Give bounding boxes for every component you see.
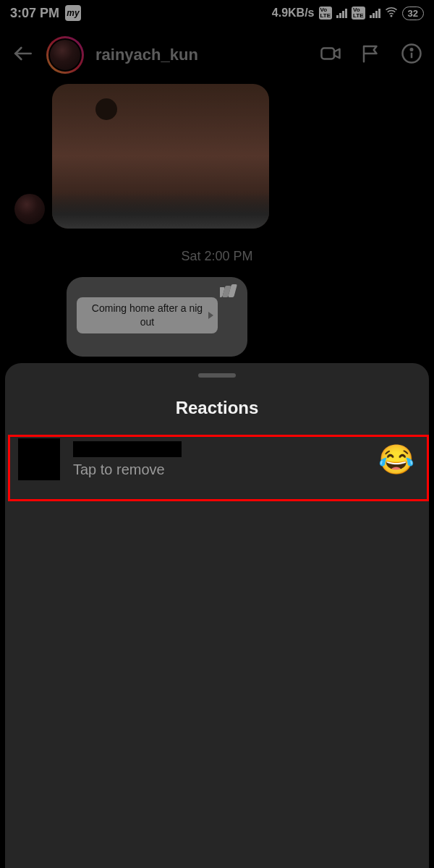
svg-rect-2 <box>322 48 335 59</box>
status-time: 3:07 PM <box>10 6 59 21</box>
username-label[interactable]: rainyach_kun <box>95 46 308 64</box>
flag-icon[interactable] <box>360 43 382 67</box>
battery-icon: 32 <box>402 7 424 20</box>
signal-icon <box>336 8 347 18</box>
reactions-sheet: Reactions Tap to remove 😂 <box>5 363 429 868</box>
sheet-title: Reactions <box>5 398 429 418</box>
sheet-handle[interactable] <box>198 373 236 378</box>
timestamp: Sat 2:00 PM <box>14 229 420 277</box>
tap-to-remove-label: Tap to remove <box>73 461 365 478</box>
svg-point-0 <box>391 15 392 17</box>
reaction-item[interactable]: Tap to remove 😂 <box>5 431 429 490</box>
signal-icon-2 <box>370 8 380 18</box>
chat-header: rainyach_kun <box>0 26 434 84</box>
media-message[interactable] <box>52 84 269 229</box>
reel-preview[interactable]: Coming home after a nig out <box>67 277 247 357</box>
info-icon[interactable] <box>401 43 422 67</box>
play-icon <box>208 312 213 319</box>
app-badge-icon: my <box>65 5 81 21</box>
reaction-username <box>73 441 182 457</box>
data-rate: 4.9KB/s <box>272 7 315 20</box>
reaction-emoji: 😂 <box>378 443 414 477</box>
user-avatar[interactable] <box>46 36 84 74</box>
back-button[interactable] <box>12 42 35 68</box>
svg-point-5 <box>411 48 413 51</box>
video-call-icon[interactable] <box>320 43 341 67</box>
message-row <box>14 84 420 229</box>
sender-avatar[interactable] <box>14 194 45 224</box>
status-bar: 3:07 PM my 4.9KB/s VoLTE VoLTE 32 <box>0 0 434 26</box>
volte-icon-2: VoLTE <box>352 7 365 20</box>
volte-icon: VoLTE <box>319 7 333 20</box>
reel-icon <box>220 284 239 301</box>
reel-caption: Coming home after a nig out <box>77 297 218 333</box>
chat-area: Sat 2:00 PM Coming home after a nig out <box>0 84 434 357</box>
reaction-user-avatar <box>18 438 60 480</box>
wifi-icon <box>385 5 398 21</box>
